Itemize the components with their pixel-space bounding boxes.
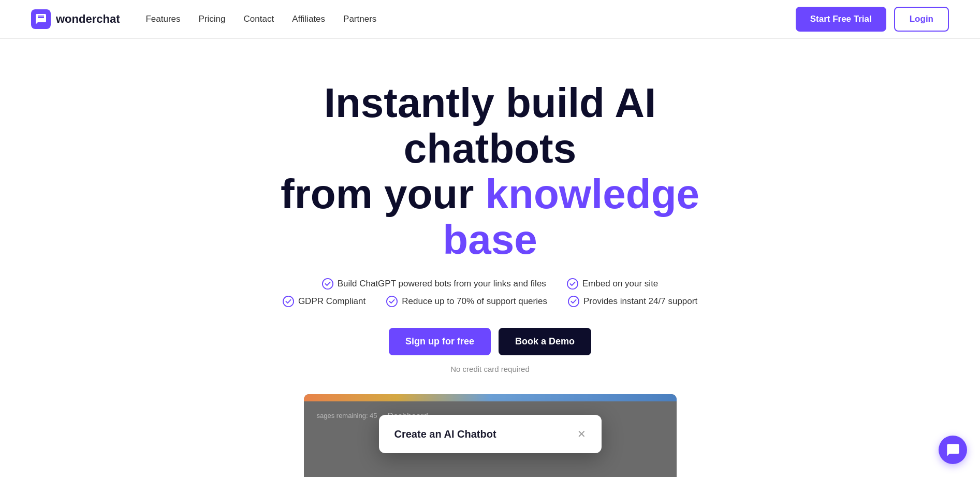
demo-modal-title: Create an AI Chatbot [394,428,496,440]
demo-modal-header: Create an AI Chatbot ✕ [394,428,586,440]
hero-features-row-1: Build ChatGPT powered bots from your lin… [283,278,697,290]
svg-point-3 [323,279,333,289]
logo-text: wonderchat [56,12,120,26]
demo-modal: Create an AI Chatbot ✕ [379,415,602,453]
check-icon-3 [283,296,294,307]
svg-point-0 [38,19,39,20]
demo-preview-top-bar [304,394,677,401]
sign-up-free-button[interactable]: Sign up for free [389,328,491,355]
svg-point-7 [568,296,579,307]
login-button[interactable]: Login [894,7,949,32]
hero-title: Instantly build AI chatbots from your kn… [244,80,736,263]
logo-container[interactable]: wonderchat [31,9,120,29]
navbar: wonderchat Features Pricing Contact Affi… [0,0,980,39]
demo-preview: sages remaining: 45 Dashboard Create an … [304,394,677,477]
feature-item-2: Embed on your site [567,278,658,290]
book-demo-button[interactable]: Book a Demo [499,328,591,355]
svg-point-4 [567,279,578,289]
nav-link-contact[interactable]: Contact [244,14,274,24]
feature-item-1: Build ChatGPT powered bots from your lin… [322,278,546,290]
hero-features: Build ChatGPT powered bots from your lin… [283,278,697,307]
nav-link-partners[interactable]: Partners [343,14,376,24]
demo-messages-remaining: sages remaining: 45 [317,409,377,420]
nav-links: Features Pricing Contact Affiliates Part… [145,14,376,24]
chat-bubble-icon [35,13,47,25]
check-icon-4 [386,296,398,307]
chat-widget-button[interactable] [939,436,967,464]
feature-text-5: Provides instant 24/7 support [583,296,697,307]
check-icon-1 [322,278,333,290]
hero-features-row-2: GDPR Compliant Reduce up to 70% of suppo… [283,296,697,307]
chat-widget-icon [946,443,960,457]
svg-point-2 [42,19,43,20]
feature-text-4: Reduce up to 70% of support queries [402,296,547,307]
svg-point-5 [283,296,294,307]
feature-text-3: GDPR Compliant [298,296,365,307]
navbar-left: wonderchat Features Pricing Contact Affi… [31,9,376,29]
feature-item-5: Provides instant 24/7 support [568,296,697,307]
logo-icon [31,9,51,29]
feature-text-2: Embed on your site [582,279,658,289]
start-free-trial-button[interactable]: Start Free Trial [796,7,886,32]
feature-item-3: GDPR Compliant [283,296,365,307]
navbar-right: Start Free Trial Login [796,7,949,32]
nav-link-affiliates[interactable]: Affiliates [292,14,325,24]
hero-section: Instantly build AI chatbots from your kn… [0,39,980,477]
demo-modal-close-icon[interactable]: ✕ [577,428,586,440]
feature-text-1: Build ChatGPT powered bots from your lin… [338,279,546,289]
hero-title-line1: Instantly build AI chatbots [324,80,656,171]
no-credit-card-text: No credit card required [450,365,530,373]
nav-link-features[interactable]: Features [145,14,180,24]
check-icon-2 [567,278,578,290]
svg-point-1 [40,19,41,20]
hero-buttons: Sign up for free Book a Demo [389,328,591,355]
check-icon-5 [568,296,579,307]
nav-link-pricing[interactable]: Pricing [199,14,226,24]
feature-item-4: Reduce up to 70% of support queries [386,296,547,307]
svg-point-6 [387,296,397,307]
hero-title-line2: from your [281,171,486,217]
